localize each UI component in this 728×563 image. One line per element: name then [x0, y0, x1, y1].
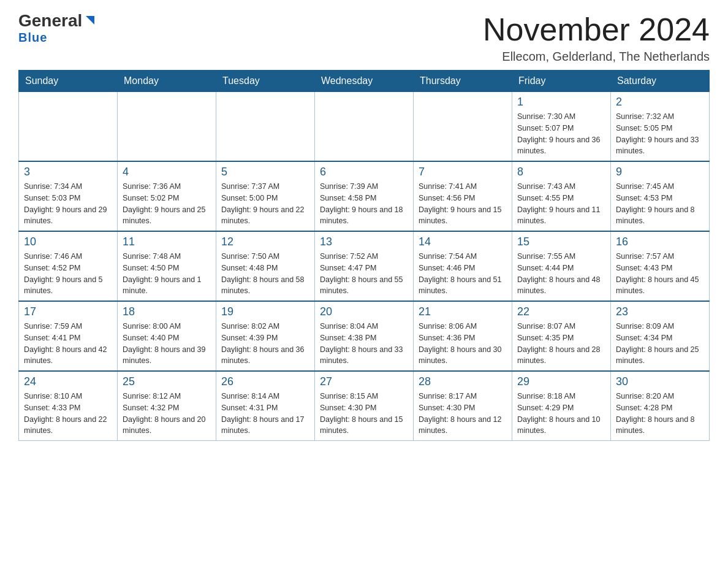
- day-number: 9: [616, 166, 704, 178]
- day-info: Sunrise: 7:30 AMSunset: 5:07 PMDaylight:…: [517, 111, 605, 157]
- calendar-cell-4-1: 25Sunrise: 8:12 AMSunset: 4:32 PMDayligh…: [118, 371, 216, 441]
- day-info: Sunrise: 8:09 AMSunset: 4:34 PMDaylight:…: [616, 321, 704, 367]
- day-info: Sunrise: 8:17 AMSunset: 4:30 PMDaylight:…: [419, 391, 507, 437]
- calendar-subtitle: Ellecom, Gelderland, The Netherlands: [483, 50, 710, 64]
- day-number: 16: [616, 236, 704, 248]
- day-number: 28: [419, 375, 507, 388]
- calendar-cell-3-3: 20Sunrise: 8:04 AMSunset: 4:38 PMDayligh…: [315, 301, 414, 371]
- day-info: Sunrise: 8:18 AMSunset: 4:29 PMDaylight:…: [517, 391, 605, 437]
- calendar-title: November 2024: [483, 12, 710, 47]
- day-info: Sunrise: 7:54 AMSunset: 4:46 PMDaylight:…: [419, 251, 507, 297]
- day-info: Sunrise: 8:07 AMSunset: 4:35 PMDaylight:…: [517, 321, 605, 367]
- day-info: Sunrise: 7:45 AMSunset: 4:53 PMDaylight:…: [616, 181, 704, 227]
- logo: General Blue: [18, 12, 97, 45]
- calendar-cell-0-0: [19, 92, 118, 162]
- calendar-cell-2-2: 12Sunrise: 7:50 AMSunset: 4:48 PMDayligh…: [216, 231, 315, 301]
- day-info: Sunrise: 8:04 AMSunset: 4:38 PMDaylight:…: [320, 321, 408, 367]
- calendar-cell-3-5: 22Sunrise: 8:07 AMSunset: 4:35 PMDayligh…: [512, 301, 611, 371]
- day-number: 19: [221, 305, 309, 318]
- calendar-week-0: 1Sunrise: 7:30 AMSunset: 5:07 PMDaylight…: [19, 92, 710, 162]
- calendar-cell-1-6: 9Sunrise: 7:45 AMSunset: 4:53 PMDaylight…: [611, 161, 710, 231]
- day-number: 1: [517, 96, 605, 109]
- logo-text-blue: Blue: [18, 31, 47, 45]
- calendar-cell-2-1: 11Sunrise: 7:48 AMSunset: 4:50 PMDayligh…: [118, 231, 216, 301]
- calendar-cell-4-5: 29Sunrise: 8:18 AMSunset: 4:29 PMDayligh…: [512, 371, 611, 441]
- day-number: 10: [24, 236, 112, 248]
- header: General Blue November 2024 Ellecom, Geld…: [18, 12, 710, 64]
- day-number: 20: [320, 305, 408, 318]
- day-info: Sunrise: 8:06 AMSunset: 4:36 PMDaylight:…: [419, 321, 507, 367]
- day-info: Sunrise: 7:36 AMSunset: 5:02 PMDaylight:…: [123, 181, 211, 227]
- calendar-cell-0-5: 1Sunrise: 7:30 AMSunset: 5:07 PMDaylight…: [512, 92, 611, 162]
- header-tuesday: Tuesday: [216, 71, 315, 92]
- calendar-cell-4-4: 28Sunrise: 8:17 AMSunset: 4:30 PMDayligh…: [414, 371, 512, 441]
- day-number: 7: [419, 166, 507, 178]
- calendar-cell-2-6: 16Sunrise: 7:57 AMSunset: 4:43 PMDayligh…: [611, 231, 710, 301]
- day-info: Sunrise: 8:02 AMSunset: 4:39 PMDaylight:…: [221, 321, 309, 367]
- header-monday: Monday: [118, 71, 216, 92]
- day-info: Sunrise: 7:46 AMSunset: 4:52 PMDaylight:…: [24, 251, 112, 297]
- calendar-cell-0-3: [315, 92, 414, 162]
- day-info: Sunrise: 8:00 AMSunset: 4:40 PMDaylight:…: [123, 321, 211, 367]
- calendar-week-2: 10Sunrise: 7:46 AMSunset: 4:52 PMDayligh…: [19, 231, 710, 301]
- day-info: Sunrise: 7:57 AMSunset: 4:43 PMDaylight:…: [616, 251, 704, 297]
- day-info: Sunrise: 7:34 AMSunset: 5:03 PMDaylight:…: [24, 181, 112, 227]
- calendar-cell-3-4: 21Sunrise: 8:06 AMSunset: 4:36 PMDayligh…: [414, 301, 512, 371]
- day-number: 8: [517, 166, 605, 178]
- day-number: 17: [24, 305, 112, 318]
- calendar-cell-4-6: 30Sunrise: 8:20 AMSunset: 4:28 PMDayligh…: [611, 371, 710, 441]
- header-thursday: Thursday: [414, 71, 512, 92]
- calendar-cell-0-1: [118, 92, 216, 162]
- day-number: 13: [320, 236, 408, 248]
- logo-text-general: General: [18, 12, 82, 29]
- calendar-cell-2-0: 10Sunrise: 7:46 AMSunset: 4:52 PMDayligh…: [19, 231, 118, 301]
- calendar-cell-1-1: 4Sunrise: 7:36 AMSunset: 5:02 PMDaylight…: [118, 161, 216, 231]
- calendar-cell-0-6: 2Sunrise: 7:32 AMSunset: 5:05 PMDaylight…: [611, 92, 710, 162]
- day-info: Sunrise: 7:39 AMSunset: 4:58 PMDaylight:…: [320, 181, 408, 227]
- logo-triangle-icon: [83, 13, 97, 27]
- day-info: Sunrise: 7:52 AMSunset: 4:47 PMDaylight:…: [320, 251, 408, 297]
- calendar-cell-4-3: 27Sunrise: 8:15 AMSunset: 4:30 PMDayligh…: [315, 371, 414, 441]
- calendar-cell-2-3: 13Sunrise: 7:52 AMSunset: 4:47 PMDayligh…: [315, 231, 414, 301]
- day-info: Sunrise: 8:10 AMSunset: 4:33 PMDaylight:…: [24, 391, 112, 437]
- calendar-cell-1-5: 8Sunrise: 7:43 AMSunset: 4:55 PMDaylight…: [512, 161, 611, 231]
- day-number: 15: [517, 236, 605, 248]
- day-number: 4: [123, 166, 211, 178]
- calendar-cell-0-2: [216, 92, 315, 162]
- calendar-week-3: 17Sunrise: 7:59 AMSunset: 4:41 PMDayligh…: [19, 301, 710, 371]
- day-number: 29: [517, 375, 605, 388]
- day-number: 18: [123, 305, 211, 318]
- day-info: Sunrise: 7:50 AMSunset: 4:48 PMDaylight:…: [221, 251, 309, 297]
- day-info: Sunrise: 8:14 AMSunset: 4:31 PMDaylight:…: [221, 391, 309, 437]
- calendar-cell-1-4: 7Sunrise: 7:41 AMSunset: 4:56 PMDaylight…: [414, 161, 512, 231]
- calendar-cell-4-2: 26Sunrise: 8:14 AMSunset: 4:31 PMDayligh…: [216, 371, 315, 441]
- day-number: 30: [616, 375, 704, 388]
- day-info: Sunrise: 7:43 AMSunset: 4:55 PMDaylight:…: [517, 181, 605, 227]
- day-number: 2: [616, 96, 704, 109]
- day-number: 5: [221, 166, 309, 178]
- day-number: 3: [24, 166, 112, 178]
- calendar-week-4: 24Sunrise: 8:10 AMSunset: 4:33 PMDayligh…: [19, 371, 710, 441]
- day-number: 22: [517, 305, 605, 318]
- day-number: 11: [123, 236, 211, 248]
- calendar-cell-3-1: 18Sunrise: 8:00 AMSunset: 4:40 PMDayligh…: [118, 301, 216, 371]
- header-wednesday: Wednesday: [315, 71, 414, 92]
- calendar-cell-3-6: 23Sunrise: 8:09 AMSunset: 4:34 PMDayligh…: [611, 301, 710, 371]
- calendar-cell-2-5: 15Sunrise: 7:55 AMSunset: 4:44 PMDayligh…: [512, 231, 611, 301]
- day-number: 26: [221, 375, 309, 388]
- svg-marker-0: [86, 16, 94, 25]
- day-info: Sunrise: 8:15 AMSunset: 4:30 PMDaylight:…: [320, 391, 408, 437]
- day-number: 12: [221, 236, 309, 248]
- calendar-cell-2-4: 14Sunrise: 7:54 AMSunset: 4:46 PMDayligh…: [414, 231, 512, 301]
- day-number: 23: [616, 305, 704, 318]
- calendar-week-1: 3Sunrise: 7:34 AMSunset: 5:03 PMDaylight…: [19, 161, 710, 231]
- header-saturday: Saturday: [611, 71, 710, 92]
- day-number: 14: [419, 236, 507, 248]
- day-info: Sunrise: 7:59 AMSunset: 4:41 PMDaylight:…: [24, 321, 112, 367]
- day-info: Sunrise: 8:12 AMSunset: 4:32 PMDaylight:…: [123, 391, 211, 437]
- calendar-cell-4-0: 24Sunrise: 8:10 AMSunset: 4:33 PMDayligh…: [19, 371, 118, 441]
- day-number: 21: [419, 305, 507, 318]
- calendar-cell-3-0: 17Sunrise: 7:59 AMSunset: 4:41 PMDayligh…: [19, 301, 118, 371]
- day-info: Sunrise: 7:32 AMSunset: 5:05 PMDaylight:…: [616, 111, 704, 157]
- calendar-cell-1-2: 5Sunrise: 7:37 AMSunset: 5:00 PMDaylight…: [216, 161, 315, 231]
